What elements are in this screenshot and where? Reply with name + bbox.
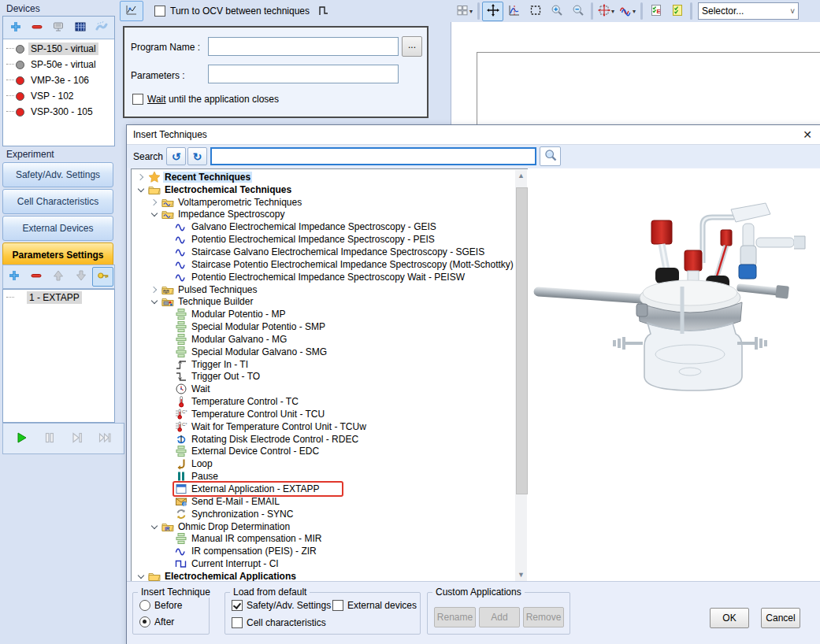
ok-button[interactable]: OK: [710, 608, 749, 628]
selector-combobox[interactable]: Selector... ˅: [698, 2, 799, 20]
toolbar-button[interactable]: [48, 18, 69, 38]
parameters-input[interactable]: [208, 65, 399, 83]
expand-icon[interactable]: [162, 435, 173, 444]
graph-toolbar-button[interactable]: [567, 2, 588, 21]
expand-icon[interactable]: [162, 397, 173, 406]
graph-toolbar-button[interactable]: [546, 2, 567, 21]
toolbar-button[interactable]: [70, 267, 91, 287]
toolbar-button[interactable]: [92, 267, 113, 287]
graph-toolbar-button[interactable]: [482, 2, 503, 21]
device-row[interactable]: VMP-3e - 106: [3, 72, 114, 88]
expand-icon[interactable]: [162, 409, 173, 419]
experiment-nav-button[interactable]: Safety/Adv. Settings: [2, 162, 113, 187]
radio-after[interactable]: After: [139, 616, 174, 627]
expand-icon[interactable]: [149, 285, 159, 294]
graph-toolbar-button[interactable]: [666, 2, 688, 21]
toolbar-button[interactable]: [91, 18, 113, 38]
ocv-checkbox[interactable]: [154, 6, 165, 17]
devices-panel: SP-150 - virtual SP-50e - virtual VMP-3e…: [2, 16, 115, 146]
graph-toolbar-button[interactable]: [596, 2, 617, 21]
toolbar-button[interactable]: [27, 18, 48, 38]
expand-icon[interactable]: [162, 347, 173, 357]
tree-connector: [6, 95, 14, 97]
tree-connector: [6, 64, 14, 65]
checkbox-cell-characteristics[interactable]: Cell characteristics: [232, 617, 326, 628]
expand-icon[interactable]: [162, 534, 173, 543]
checkbox-external-devices[interactable]: External devices: [332, 600, 417, 611]
run-control-button[interactable]: [11, 429, 32, 449]
program-name-input[interactable]: [208, 37, 399, 56]
expand-icon[interactable]: [135, 172, 146, 182]
expand-icon[interactable]: [162, 309, 173, 319]
expand-icon[interactable]: [162, 422, 173, 431]
expand-icon[interactable]: [162, 446, 173, 456]
expand-icon[interactable]: [162, 360, 173, 369]
scrollbar-thumb[interactable]: [516, 187, 528, 494]
browse-button[interactable]: ...: [402, 36, 422, 57]
toolbar-button[interactable]: [48, 267, 69, 287]
search-input[interactable]: [210, 147, 536, 165]
close-icon[interactable]: ✕: [800, 128, 814, 142]
sequence-item-label: 1 - EXTAPP: [27, 291, 82, 304]
experiment-nav-button[interactable]: Cell Characteristics: [2, 189, 113, 214]
sequence-item[interactable]: 1 - EXTAPP: [3, 290, 114, 305]
toolbar-button[interactable]: [69, 18, 91, 38]
run-control-button[interactable]: [95, 429, 116, 449]
expand-icon[interactable]: [149, 522, 159, 531]
tree-scrollbar[interactable]: ▲ ▼: [515, 170, 527, 581]
add-button[interactable]: Add: [479, 607, 520, 627]
expand-icon[interactable]: [162, 372, 173, 381]
experiment-nav-button[interactable]: External Devices: [2, 216, 113, 241]
checkbox-safety-adv-settings[interactable]: Safety/Adv. Settings: [232, 600, 331, 611]
wait-checkbox[interactable]: [132, 94, 143, 105]
show-graph-button[interactable]: [120, 1, 143, 21]
graph-toolbar-button[interactable]: [503, 2, 525, 21]
run-control-button[interactable]: [67, 429, 88, 449]
scroll-down-icon[interactable]: ▼: [515, 569, 527, 581]
group-legend: Load from default: [230, 587, 310, 598]
expand-icon[interactable]: [162, 335, 173, 344]
graph-toolbar-button[interactable]: [454, 2, 475, 21]
toolbar-button[interactable]: [26, 267, 47, 287]
expand-icon[interactable]: [149, 297, 159, 306]
radio-before[interactable]: Before: [139, 600, 182, 611]
expand-icon[interactable]: [135, 572, 146, 581]
expand-icon[interactable]: [162, 247, 173, 257]
scroll-up-icon[interactable]: ▲: [515, 170, 527, 182]
add-icon: [9, 20, 22, 35]
expand-icon[interactable]: [149, 198, 159, 207]
expand-icon[interactable]: [162, 272, 173, 282]
graph-toolbar-button[interactable]: [525, 2, 546, 21]
graph-toolbar-button[interactable]: [617, 2, 638, 21]
expand-icon[interactable]: [162, 222, 173, 231]
expand-icon[interactable]: [149, 209, 159, 219]
expand-icon[interactable]: [162, 559, 173, 568]
toolbar-button[interactable]: [4, 267, 25, 287]
technique-tree-item[interactable]: Electrochemical Applications: [132, 570, 515, 582]
remove-button[interactable]: Remove: [523, 607, 564, 627]
device-row[interactable]: SP-150 - virtual: [3, 41, 114, 57]
expand-icon[interactable]: [162, 497, 173, 506]
device-row[interactable]: SP-50e - virtual: [3, 57, 114, 72]
expand-icon[interactable]: [162, 384, 173, 394]
expand-icon[interactable]: [135, 185, 146, 194]
expand-icon[interactable]: [162, 484, 173, 494]
rename-button[interactable]: Rename: [434, 607, 476, 627]
device-row[interactable]: VSP-300 - 105: [3, 104, 114, 120]
run-control-button[interactable]: [39, 429, 60, 449]
expand-icon[interactable]: [162, 260, 173, 269]
expand-icon[interactable]: [162, 322, 173, 331]
insert-technique-group: Insert Technique Before After: [132, 592, 210, 635]
expand-icon[interactable]: [162, 459, 173, 468]
expand-icon[interactable]: [162, 546, 173, 556]
expand-icon[interactable]: [162, 472, 173, 481]
undo-icon[interactable]: ↺: [166, 147, 186, 165]
expand-icon[interactable]: [162, 509, 173, 519]
graph-toolbar-button[interactable]: E: [645, 2, 666, 21]
redo-icon[interactable]: ↻: [187, 147, 207, 165]
device-row[interactable]: VSP - 102: [3, 88, 114, 104]
cancel-button[interactable]: Cancel: [761, 608, 800, 628]
search-button[interactable]: [540, 146, 561, 166]
expand-icon[interactable]: [162, 235, 173, 244]
toolbar-button[interactable]: [5, 18, 26, 38]
